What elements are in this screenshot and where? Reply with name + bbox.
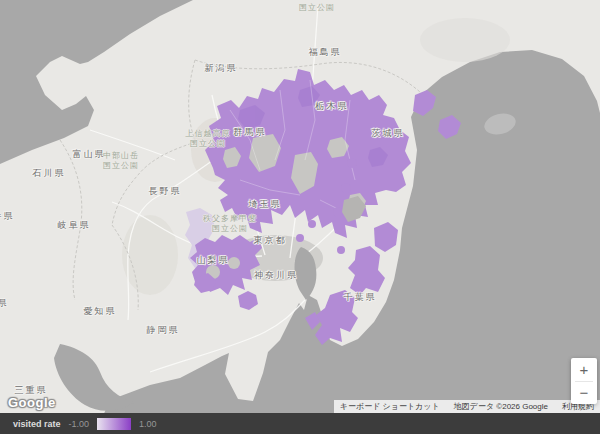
- attribution-bar: キーボード ショートカット 地図データ ©2026 Google 利用規約: [334, 400, 600, 413]
- legend-bar: visited rate -1.00 1.00: [0, 413, 600, 434]
- zoom-out-button[interactable]: −: [571, 382, 597, 405]
- map-viewport[interactable]: 福島県新潟県栃木県群馬県茨城県埼玉県東京都神奈川県千葉県山梨県長野県富山県石川県…: [0, 0, 600, 434]
- mountain-shade: [122, 215, 178, 295]
- zoom-in-button[interactable]: +: [571, 358, 597, 381]
- legend-gradient: [97, 418, 131, 430]
- keyboard-shortcuts-link[interactable]: キーボード ショートカット: [340, 401, 440, 412]
- map-canvas[interactable]: [0, 0, 600, 434]
- zoom-control: + −: [571, 358, 597, 404]
- legend-max-value: 1.00: [139, 419, 157, 429]
- map-data-attribution: 地図データ ©2026 Google: [454, 401, 548, 412]
- mountain-shade: [420, 18, 510, 62]
- google-logo[interactable]: Google: [8, 395, 56, 410]
- unvisited-hole: [228, 257, 240, 269]
- legend-title: visited rate: [13, 419, 61, 429]
- legend-min-value: -1.00: [69, 419, 90, 429]
